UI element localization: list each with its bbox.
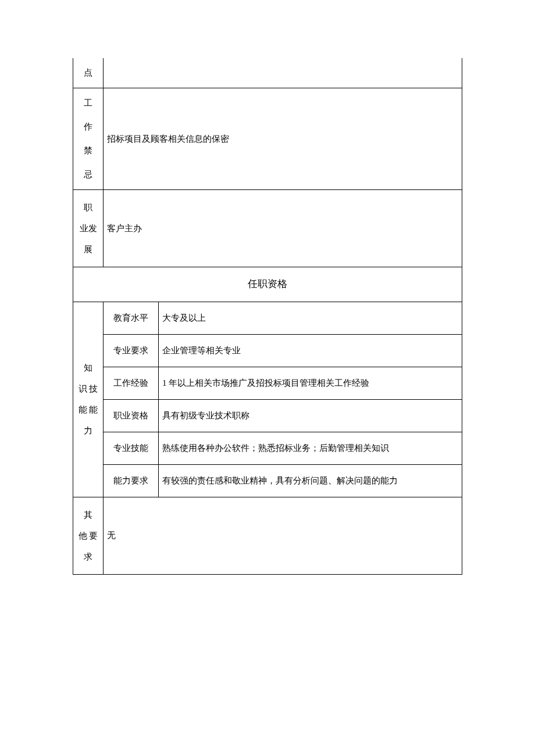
value-knowledge-4: 熟练使用各种办公软件；熟悉招标业务；后勤管理相关知识 (159, 432, 462, 464)
label-knowledge: 知 识 技 能 能 力 (73, 302, 104, 497)
label-dian-text: 点 (84, 68, 92, 77)
value-work-taboo: 招标项目及顾客相关信息的保密 (104, 88, 462, 190)
sublabel-knowledge-4: 专业技能 (104, 432, 159, 464)
qualification-header-text: 任职资格 (248, 278, 287, 289)
label-career-dev-lines: 职 业发 展 (76, 197, 101, 260)
label-work-taboo: 工 作 禁 忌 (73, 88, 104, 190)
value-other-req-text: 无 (107, 531, 116, 540)
sublabel-knowledge-3: 职业资格 (104, 399, 159, 432)
value-knowledge-2: 1 年以上相关市场推广及招投标项目管理相关工作经验 (159, 367, 462, 399)
sublabel-knowledge-1: 专业要求 (104, 334, 159, 367)
row-qualification-header: 任职资格 (73, 267, 462, 302)
sublabel-knowledge-5: 能力要求 (104, 464, 159, 497)
value-dian (104, 58, 462, 88)
row-knowledge-5: 能力要求 有较强的责任感和敬业精神，具有分析问题、解决问题的能力 (73, 464, 462, 497)
value-knowledge-1: 企业管理等相关专业 (159, 334, 462, 367)
label-other-req: 其 他 要 求 (73, 497, 104, 574)
row-dian: 点 (73, 58, 462, 88)
row-knowledge-2: 工作经验 1 年以上相关市场推广及招投标项目管理相关工作经验 (73, 367, 462, 399)
row-knowledge-4: 专业技能 熟练使用各种办公软件；熟悉招标业务；后勤管理相关知识 (73, 432, 462, 464)
label-career-dev: 职 业发 展 (73, 190, 104, 267)
row-knowledge-1: 专业要求 企业管理等相关专业 (73, 334, 462, 367)
label-knowledge-lines: 知 识 技 能 能 力 (76, 357, 101, 441)
label-work-taboo-chars: 工 作 禁 忌 (76, 95, 101, 182)
value-knowledge-5: 有较强的责任感和敬业精神，具有分析问题、解决问题的能力 (159, 464, 462, 497)
row-work-taboo: 工 作 禁 忌 招标项目及顾客相关信息的保密 (73, 88, 462, 190)
qualification-header: 任职资格 (73, 267, 462, 302)
row-other-req: 其 他 要 求 无 (73, 497, 462, 574)
value-work-taboo-text: 招标项目及顾客相关信息的保密 (107, 134, 229, 144)
value-knowledge-3: 具有初级专业技术职称 (159, 399, 462, 432)
sublabel-knowledge-2: 工作经验 (104, 367, 159, 399)
row-career-dev: 职 业发 展 客户主办 (73, 190, 462, 267)
label-other-req-lines: 其 他 要 求 (76, 504, 101, 567)
row-knowledge-3: 职业资格 具有初级专业技术职称 (73, 399, 462, 432)
value-other-req: 无 (104, 497, 462, 574)
sublabel-knowledge-0: 教育水平 (104, 302, 159, 334)
row-knowledge-0: 知 识 技 能 能 力 教育水平 大专及以上 (73, 302, 462, 334)
job-description-table: 点 工 作 禁 忌 招标项目及顾客相关信息的保密 职 业发 展 客 (73, 58, 462, 575)
label-dian: 点 (73, 58, 104, 88)
value-career-dev-text: 客户主办 (107, 224, 142, 233)
value-knowledge-0: 大专及以上 (159, 302, 462, 334)
value-career-dev: 客户主办 (104, 190, 462, 267)
